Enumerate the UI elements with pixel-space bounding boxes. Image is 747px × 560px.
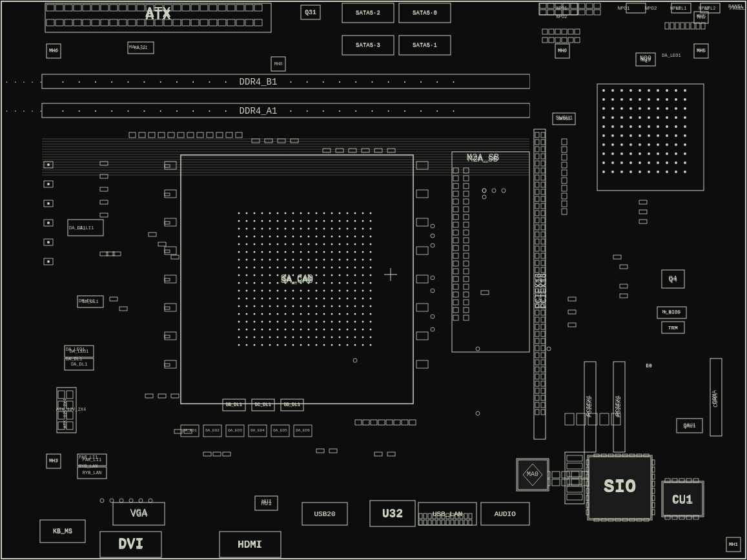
pcb-board [0, 0, 747, 560]
pcb-canvas [0, 0, 747, 560]
